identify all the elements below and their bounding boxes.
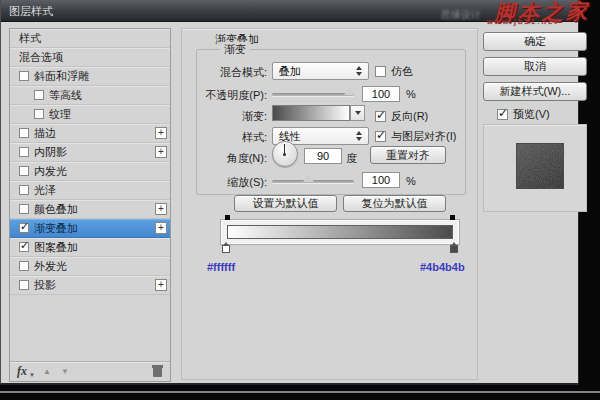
sidebar-item[interactable]: 外发光 (10, 257, 170, 276)
angle-input[interactable] (304, 148, 342, 164)
sidebar-item[interactable]: 图案叠加 (10, 238, 170, 257)
trash-icon[interactable] (152, 365, 163, 378)
effect-checkbox[interactable] (19, 242, 29, 252)
gradient-picker-arrow[interactable] (350, 105, 365, 121)
effect-checkbox[interactable] (19, 204, 29, 214)
opacity-label: 不透明度(P): (182, 88, 267, 103)
window-edge (0, 391, 600, 393)
sidebar-item-label: 颜色叠加 (34, 202, 78, 217)
updown-arrows-icon (356, 66, 362, 76)
reverse-checkbox-box[interactable] (375, 111, 386, 122)
effect-checkbox[interactable] (19, 71, 29, 81)
fx-toolbar: fx ▼ ▲ ▼ (10, 361, 170, 381)
preview-label: 预览(V) (513, 108, 550, 120)
color-stop-left[interactable] (222, 245, 230, 253)
opacity-input[interactable] (362, 86, 400, 102)
dither-checkbox[interactable]: 仿色 (375, 64, 413, 79)
color-stop-right[interactable] (450, 245, 458, 253)
gradient-preview[interactable] (272, 105, 350, 121)
opacity-stop-left[interactable] (225, 215, 230, 220)
sidebar-item-label: 纹理 (49, 107, 71, 122)
sidebar-item-label: 投影 (34, 278, 56, 293)
effect-checkbox[interactable] (34, 109, 44, 119)
sidebar-item[interactable]: 光泽 (10, 181, 170, 200)
sidebar-item-label: 斜面和浮雕 (34, 69, 89, 84)
effect-checkbox[interactable] (19, 223, 29, 233)
blend-mode-label: 混合模式: (182, 65, 267, 80)
sidebar-item[interactable]: 投影 + (10, 276, 170, 295)
scale-input[interactable] (362, 172, 400, 188)
ok-button[interactable]: 确定 (483, 32, 587, 51)
effects-sidebar: 样式 混合选项 斜面和浮雕 等高线 纹理 (9, 28, 171, 382)
add-effect-icon[interactable]: + (155, 203, 167, 215)
cancel-button[interactable]: 取消 (483, 57, 587, 76)
sidebar-item-label: 渐变叠加 (34, 221, 78, 236)
effect-checkbox[interactable] (19, 147, 29, 157)
gradient-editor-bar[interactable] (227, 225, 453, 239)
sidebar-item[interactable]: 斜面和浮雕 (10, 67, 170, 86)
chevron-down-icon (355, 111, 361, 115)
degree-label: 度 (346, 151, 357, 166)
dialog-title: 图层样式 (9, 5, 53, 17)
angle-label: 角度(N): (182, 151, 267, 166)
scale-label: 缩放(S): (182, 175, 267, 190)
opacity-percent: % (406, 88, 416, 100)
sidebar-item[interactable]: 混合选项 (10, 48, 170, 67)
reset-default-button[interactable]: 复位为默认值 (343, 195, 446, 212)
dither-checkbox-box[interactable] (375, 66, 386, 77)
preview-checkbox[interactable]: 预览(V) (497, 107, 550, 122)
sidebar-item-label: 等高线 (49, 88, 82, 103)
effect-checkbox[interactable] (19, 185, 29, 195)
layer-style-dialog: 图层样式 思缘设计 样式 混合选项 斜面和浮雕 等高线 (0, 0, 579, 385)
sidebar-item-label: 混合选项 (19, 50, 63, 65)
sidebar-item[interactable]: 纹理 (10, 105, 170, 124)
align-checkbox-box[interactable] (375, 131, 386, 142)
effect-checkbox[interactable] (19, 166, 29, 176)
effect-checkbox[interactable] (34, 90, 44, 100)
effect-checkbox[interactable] (19, 280, 29, 290)
dither-label: 仿色 (391, 65, 413, 77)
sidebar-item[interactable]: 渐变叠加 + (10, 219, 170, 238)
fx-menu-caret-icon[interactable]: ▼ (29, 372, 35, 378)
opacity-slider[interactable] (272, 93, 354, 96)
blend-mode-value: 叠加 (279, 64, 301, 79)
new-style-button[interactable]: 新建样式(W)... (483, 82, 587, 101)
preview-checkbox-box[interactable] (497, 109, 508, 120)
sidebar-item-label: 内发光 (34, 164, 67, 179)
opacity-stop-right[interactable] (450, 215, 455, 220)
add-effect-icon[interactable]: + (155, 146, 167, 158)
sidebar-item[interactable]: 样式 (10, 29, 170, 48)
sidebar-item-label: 样式 (19, 31, 41, 46)
add-effect-icon[interactable]: + (155, 127, 167, 139)
sidebar-item-label: 内阴影 (34, 145, 67, 160)
gradient-overlay-panel: 渐变叠加 渐变 混合模式: 叠加 仿色 不透明度(P): % 渐变: 反向(R)… (181, 28, 478, 380)
blend-mode-select[interactable]: 叠加 (272, 62, 369, 80)
sidebar-item[interactable]: 等高线 (10, 86, 170, 105)
set-default-button[interactable]: 设置为默认值 (234, 195, 337, 212)
site-watermark-url: www.jb51.net (487, 17, 559, 26)
gradient-label: 渐变: (182, 109, 267, 124)
add-effect-icon[interactable]: + (155, 279, 167, 291)
scale-percent: % (406, 175, 416, 187)
sidebar-item-label: 描边 (34, 126, 56, 141)
fx-icon[interactable]: fx (17, 364, 27, 379)
move-up-icon[interactable]: ▲ (43, 367, 51, 376)
move-down-icon[interactable]: ▼ (61, 367, 69, 376)
reverse-checkbox[interactable]: 反向(R) (375, 109, 428, 124)
angle-dial[interactable] (272, 141, 298, 167)
style-preview-thumbnail (516, 143, 564, 189)
noise-texture (517, 144, 564, 189)
reset-align-button[interactable]: 重置对齐 (370, 146, 446, 164)
effect-checkbox[interactable] (19, 261, 29, 271)
gradient-editor[interactable] (220, 219, 460, 245)
sidebar-item-label: 外发光 (34, 259, 67, 274)
sidebar-item[interactable]: 内发光 (10, 162, 170, 181)
sidebar-item[interactable]: 颜色叠加 + (10, 200, 170, 219)
effect-checkbox[interactable] (19, 128, 29, 138)
add-effect-icon[interactable]: + (155, 222, 167, 234)
align-with-layer-checkbox[interactable]: 与图层对齐(I) (375, 129, 456, 144)
sidebar-item[interactable]: 内阴影 + (10, 143, 170, 162)
style-label: 样式: (182, 130, 267, 145)
style-preview-well (483, 124, 587, 212)
sidebar-item[interactable]: 描边 + (10, 124, 170, 143)
